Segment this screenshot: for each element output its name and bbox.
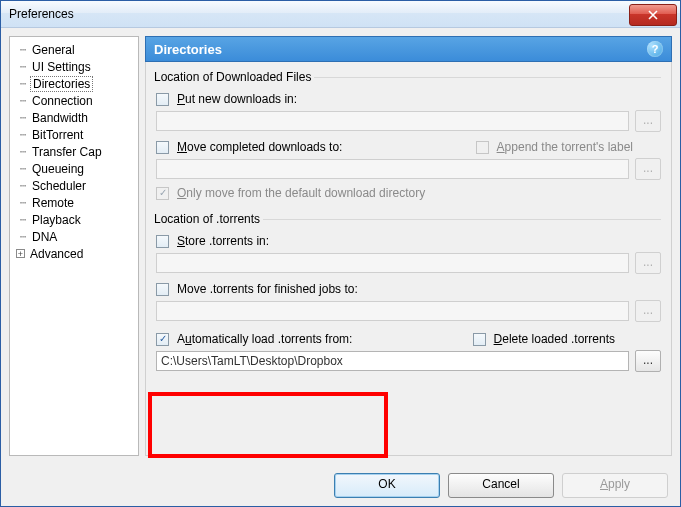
group-location-torrents: Location of .torrents Store .torrents in… (156, 212, 661, 378)
ok-button[interactable]: OK (334, 473, 440, 498)
browse-autoload[interactable]: ... (635, 350, 661, 372)
label-only-move: Only move from the default download dire… (177, 186, 425, 200)
sidebar-item-advanced[interactable]: + Advanced (12, 245, 136, 262)
tree-line-icon: ⋯ (16, 180, 30, 191)
input-store-path[interactable] (156, 253, 629, 273)
sidebar-item-transfer-cap[interactable]: ⋯ Transfer Cap (12, 143, 136, 160)
sidebar-item-label: Scheduler (30, 179, 88, 193)
sidebar-item-label: Directories (30, 76, 93, 92)
row-autoload-path: C:\Users\TamLT\Desktop\Dropbox ... (156, 350, 661, 372)
cancel-button[interactable]: Cancel (448, 473, 554, 498)
input-put-new-path[interactable] (156, 111, 629, 131)
tree-line-icon: ⋯ (16, 231, 30, 242)
row-move-completed-path: ... (156, 158, 661, 180)
sidebar-item-label: Playback (30, 213, 83, 227)
row-autoload: Automatically load .torrents from: Delet… (156, 332, 661, 346)
label-append-label: Append the torrent's label (497, 140, 633, 154)
sidebar-item-remote[interactable]: ⋯ Remote (12, 194, 136, 211)
sidebar-item-label: Connection (30, 94, 95, 108)
tree-line-icon: ⋯ (16, 146, 30, 157)
tree-line-icon: ⋯ (16, 78, 30, 89)
row-store-path: ... (156, 252, 661, 274)
sidebar-item-label: Advanced (28, 247, 85, 261)
panel-header: Directories ? (145, 36, 672, 62)
sidebar-item-queueing[interactable]: ⋯ Queueing (12, 160, 136, 177)
dialog-buttons: OK Cancel Apply (1, 464, 680, 506)
input-autoload-path[interactable]: C:\Users\TamLT\Desktop\Dropbox (156, 351, 629, 371)
row-put-new-path: ... (156, 110, 661, 132)
tree-line-icon: ⋯ (16, 61, 30, 72)
group-legend: Location of Downloaded Files (154, 70, 314, 84)
close-icon (647, 10, 659, 20)
group-legend: Location of .torrents (154, 212, 263, 226)
help-icon[interactable]: ? (647, 41, 663, 57)
browse-move-completed[interactable]: ... (635, 158, 661, 180)
body: ⋯ General ⋯ UI Settings ⋯ Directories ⋯ … (1, 28, 680, 464)
checkbox-append-label[interactable] (476, 141, 489, 154)
input-move-completed-path[interactable] (156, 159, 629, 179)
sidebar-item-label: DNA (30, 230, 59, 244)
row-put-new: Put new downloads in: (156, 92, 661, 106)
sidebar-item-playback[interactable]: ⋯ Playback (12, 211, 136, 228)
checkbox-store[interactable] (156, 235, 169, 248)
titlebar[interactable]: Preferences (1, 1, 680, 28)
label-delete-loaded: Delete loaded .torrents (494, 332, 615, 346)
checkbox-move-completed[interactable] (156, 141, 169, 154)
sidebar-item-scheduler[interactable]: ⋯ Scheduler (12, 177, 136, 194)
checkbox-autoload[interactable] (156, 333, 169, 346)
sidebar-item-ui-settings[interactable]: ⋯ UI Settings (12, 58, 136, 75)
input-move-finished-path[interactable] (156, 301, 629, 321)
tree-line-icon: ⋯ (16, 95, 30, 106)
tree-expand-icon[interactable]: + (16, 249, 25, 258)
label-autoload: Automatically load .torrents from: (177, 332, 352, 346)
sidebar-item-label: UI Settings (30, 60, 93, 74)
apply-button[interactable]: Apply (562, 473, 668, 498)
label-store: Store .torrents in: (177, 234, 269, 248)
highlight-box (148, 392, 388, 458)
tree-line-icon: ⋯ (16, 112, 30, 123)
row-store: Store .torrents in: (156, 234, 661, 248)
checkbox-only-move[interactable] (156, 187, 169, 200)
tree-line-icon: ⋯ (16, 129, 30, 140)
checkbox-delete-loaded[interactable] (473, 333, 486, 346)
browse-store[interactable]: ... (635, 252, 661, 274)
checkbox-move-finished[interactable] (156, 283, 169, 296)
label-move-finished: Move .torrents for finished jobs to: (177, 282, 358, 296)
browse-move-finished[interactable]: ... (635, 300, 661, 322)
tree-line-icon: ⋯ (16, 197, 30, 208)
tree-line-icon: ⋯ (16, 163, 30, 174)
browse-put-new[interactable]: ... (635, 110, 661, 132)
label-put-new: Put new downloads in: (177, 92, 297, 106)
window-title: Preferences (9, 7, 629, 21)
row-move-finished-path: ... (156, 300, 661, 322)
group-location-downloaded: Location of Downloaded Files Put new dow… (156, 70, 661, 206)
label-move-completed: Move completed downloads to: (177, 140, 342, 154)
row-move-finished: Move .torrents for finished jobs to: (156, 282, 661, 296)
panel-title: Directories (154, 42, 647, 57)
category-tree[interactable]: ⋯ General ⋯ UI Settings ⋯ Directories ⋯ … (9, 36, 139, 456)
sidebar-item-label: Queueing (30, 162, 86, 176)
sidebar-item-directories[interactable]: ⋯ Directories (12, 75, 136, 92)
tree-line-icon: ⋯ (16, 214, 30, 225)
sidebar-item-label: Bandwidth (30, 111, 90, 125)
sidebar-item-label: BitTorrent (30, 128, 85, 142)
checkbox-put-new[interactable] (156, 93, 169, 106)
tree-line-icon: ⋯ (16, 44, 30, 55)
panel-body: Location of Downloaded Files Put new dow… (145, 62, 672, 456)
sidebar-item-label: General (30, 43, 77, 57)
sidebar-item-bittorrent[interactable]: ⋯ BitTorrent (12, 126, 136, 143)
sidebar-item-general[interactable]: ⋯ General (12, 41, 136, 58)
preferences-window: Preferences ⋯ General ⋯ UI Settings ⋯ Di… (0, 0, 681, 507)
row-only-move: Only move from the default download dire… (156, 186, 661, 200)
sidebar-item-bandwidth[interactable]: ⋯ Bandwidth (12, 109, 136, 126)
row-move-completed: Move completed downloads to: Append the … (156, 140, 661, 154)
sidebar-item-label: Remote (30, 196, 76, 210)
close-button[interactable] (629, 4, 677, 26)
settings-panel: Directories ? Location of Downloaded Fil… (145, 36, 672, 456)
sidebar-item-connection[interactable]: ⋯ Connection (12, 92, 136, 109)
sidebar-item-label: Transfer Cap (30, 145, 104, 159)
sidebar-item-dna[interactable]: ⋯ DNA (12, 228, 136, 245)
